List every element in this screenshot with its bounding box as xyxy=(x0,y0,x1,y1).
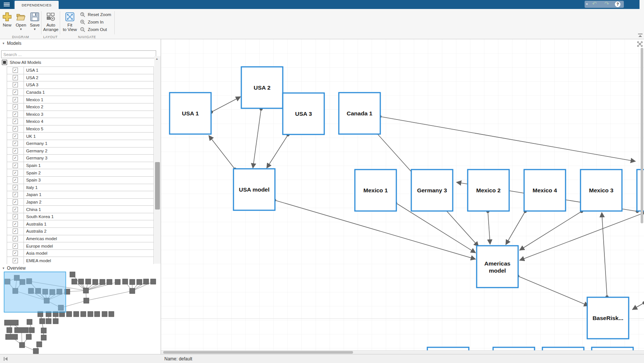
model-row[interactable]: ✓Mexico 2 xyxy=(7,103,154,111)
zoom-in-button[interactable]: Zoom In xyxy=(80,19,103,25)
model-checkbox[interactable]: ✓ xyxy=(13,177,18,183)
model-checkbox[interactable]: ✓ xyxy=(13,97,18,102)
model-node[interactable]: Germany 3 xyxy=(411,170,453,211)
overview-collapse-caret-icon[interactable]: ▾ xyxy=(3,266,4,270)
model-row[interactable]: ✓Americas model xyxy=(7,235,154,243)
model-checkbox[interactable]: ✓ xyxy=(13,192,18,197)
diagram-canvas[interactable]: USA 1USA 2USA 3Canada 1USA modelMexico 1… xyxy=(161,39,644,354)
models-list-scrollbar[interactable]: ▲ xyxy=(154,56,161,264)
open-button[interactable]: Open ▼ xyxy=(14,12,28,31)
expand-canvas-icon[interactable] xyxy=(637,41,643,47)
models-collapse-caret-icon[interactable]: ▾ xyxy=(3,41,4,45)
model-row[interactable]: ✓USA 3 xyxy=(7,81,154,89)
model-checkbox[interactable]: ✓ xyxy=(13,258,18,263)
model-checkbox[interactable]: ✓ xyxy=(13,75,18,80)
model-checkbox[interactable]: ✓ xyxy=(13,82,18,87)
new-button[interactable]: New xyxy=(1,12,13,27)
search-input[interactable] xyxy=(1,50,156,58)
model-node[interactable]: Mexico 1 xyxy=(355,170,396,211)
model-row[interactable]: ✓Germany 3 xyxy=(7,155,154,162)
model-checkbox[interactable]: ✓ xyxy=(13,119,18,124)
model-checkbox[interactable]: ✓ xyxy=(13,68,18,73)
save-dropdown-caret[interactable]: ▼ xyxy=(28,28,41,31)
model-checkbox[interactable]: ✓ xyxy=(13,207,18,212)
model-node[interactable]: Mexico 3 xyxy=(580,170,622,211)
show-all-models-toggle[interactable]: Show All Models xyxy=(2,60,41,65)
model-row[interactable]: ✓Spain 3 xyxy=(7,177,154,184)
model-row[interactable]: ✓China 1 xyxy=(7,206,154,213)
model-checkbox[interactable]: ✓ xyxy=(13,199,18,205)
models-panel-header[interactable]: ▾ Models xyxy=(0,39,161,47)
model-node[interactable]: USA 3 xyxy=(283,93,324,134)
model-checkbox[interactable]: ✓ xyxy=(13,251,18,256)
collapse-chevron-icon[interactable]: ◂ xyxy=(586,2,588,6)
minimize-ribbon-button[interactable] xyxy=(638,34,643,38)
model-checkbox[interactable]: ✓ xyxy=(13,163,18,168)
model-row[interactable]: ✓Mexico 4 xyxy=(7,118,154,125)
model-checkbox[interactable]: ✓ xyxy=(13,126,18,131)
model-row[interactable]: ✓Germany 2 xyxy=(7,148,154,155)
model-node[interactable]: Mexico 4 xyxy=(524,170,566,211)
model-row[interactable]: ✓Europe model xyxy=(7,242,154,250)
skip-to-start-icon[interactable] xyxy=(3,356,8,363)
model-row[interactable]: ✓USA 2 xyxy=(7,74,154,82)
model-row[interactable]: ✓Japan 1 xyxy=(7,191,154,199)
model-checkbox[interactable]: ✓ xyxy=(13,104,18,109)
model-node[interactable]: Americasmodel xyxy=(477,246,518,288)
model-node[interactable]: USA model xyxy=(233,169,275,210)
canvas-hscroll-thumb[interactable] xyxy=(163,351,353,354)
model-checkbox[interactable]: ✓ xyxy=(13,170,18,176)
model-checkbox[interactable]: ✓ xyxy=(13,112,18,117)
model-row[interactable]: ✓Australia 2 xyxy=(7,228,154,235)
tab-dependencies[interactable]: DEPENDENCIES xyxy=(15,1,59,9)
model-row[interactable]: ✓Mexico 1 xyxy=(7,96,154,103)
model-node[interactable]: BaseRisk... xyxy=(587,297,629,339)
model-checkbox[interactable]: ✓ xyxy=(13,243,18,249)
model-checkbox[interactable]: ✓ xyxy=(13,214,18,219)
model-node[interactable]: Mexico 2 xyxy=(468,170,509,211)
model-row[interactable]: ✓Asia model xyxy=(7,250,154,257)
model-checkbox[interactable]: ✓ xyxy=(13,90,18,95)
zoom-out-button[interactable]: Zoom Out xyxy=(80,26,107,33)
redo-icon[interactable]: ↷ xyxy=(604,0,609,7)
model-checkbox[interactable]: ✓ xyxy=(13,148,18,153)
model-row[interactable]: ✓Germany 1 xyxy=(7,140,154,148)
model-node[interactable]: USA 2 xyxy=(241,67,283,108)
model-checkbox[interactable]: ✓ xyxy=(13,141,18,146)
model-node[interactable]: USA 1 xyxy=(170,93,211,134)
model-row[interactable]: ✓Canada 1 xyxy=(7,89,154,96)
minimap-viewport[interactable] xyxy=(4,272,66,312)
canvas-horizontal-scrollbar[interactable] xyxy=(161,350,644,354)
reset-zoom-button[interactable]: Reset Zoom xyxy=(80,11,111,18)
model-checkbox[interactable]: ✓ xyxy=(13,221,18,227)
model-row[interactable]: ✓Mexico 5 xyxy=(7,125,154,133)
auto-arrange-button[interactable]: Auto Arrange xyxy=(42,12,60,32)
scrollbar-up-arrow-icon[interactable]: ▲ xyxy=(155,57,158,60)
canvas-vertical-scrollbar[interactable] xyxy=(641,48,643,223)
model-row[interactable]: ✓UK 1 xyxy=(7,133,154,140)
scrollbar-thumb[interactable] xyxy=(155,162,160,210)
model-checkbox[interactable]: ✓ xyxy=(13,185,18,190)
model-row[interactable]: ✓USA 1 xyxy=(7,67,154,74)
save-button[interactable]: Save ▼ xyxy=(28,12,41,31)
model-row[interactable]: ✓Spain 2 xyxy=(7,169,154,177)
model-row[interactable]: ✓Italy 1 xyxy=(7,184,154,192)
hamburger-menu-button[interactable] xyxy=(0,0,13,9)
undo-icon[interactable]: ↶ xyxy=(592,0,597,7)
fit-to-view-button[interactable]: Fit to View xyxy=(61,12,78,32)
open-dropdown-caret[interactable]: ▼ xyxy=(14,28,28,31)
model-row[interactable]: ✓Mexico 3 xyxy=(7,111,154,118)
model-checkbox[interactable]: ✓ xyxy=(13,236,18,241)
model-row[interactable]: ✓EMEA model xyxy=(7,257,154,264)
model-checkbox[interactable]: ✓ xyxy=(13,134,18,139)
model-checkbox[interactable]: ✓ xyxy=(13,229,18,234)
model-row[interactable]: ✓Australia 1 xyxy=(7,220,154,228)
model-row[interactable]: ✓South Korea 1 xyxy=(7,213,154,221)
help-button[interactable]: ? xyxy=(615,1,620,7)
model-row[interactable]: ✓Spain 1 xyxy=(7,162,154,170)
model-node[interactable]: Canada 1 xyxy=(339,93,380,134)
model-row[interactable]: ✓Japan 2 xyxy=(7,199,154,206)
model-checkbox[interactable]: ✓ xyxy=(13,155,18,161)
show-all-checkbox[interactable] xyxy=(2,60,7,65)
overview-minimap[interactable] xyxy=(0,271,161,354)
